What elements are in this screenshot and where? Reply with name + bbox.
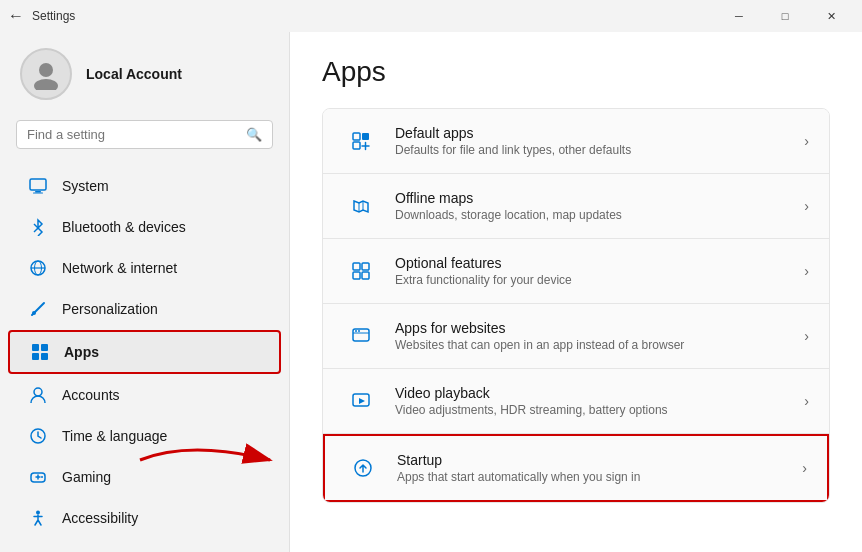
video-playback-icon (343, 383, 379, 419)
sidebar-item-accounts[interactable]: Accounts (8, 375, 281, 415)
gaming-icon (28, 467, 48, 487)
personalization-icon (28, 299, 48, 319)
apps-websites-text: Apps for websites Websites that can open… (395, 320, 788, 352)
titlebar-title: Settings (32, 9, 75, 23)
sidebar-item-time[interactable]: Time & language (8, 416, 281, 456)
svg-rect-2 (30, 179, 46, 190)
sidebar-item-system[interactable]: System (8, 166, 281, 206)
apps-websites-icon (343, 318, 379, 354)
page-title: Apps (322, 56, 830, 88)
settings-row-optional-features[interactable]: Optional features Extra functionality fo… (323, 239, 829, 304)
sidebar-item-apps[interactable]: Apps (8, 330, 281, 374)
sidebar-item-bluetooth[interactable]: Bluetooth & devices (8, 207, 281, 247)
svg-point-8 (32, 311, 36, 315)
sidebar-item-system-label: System (62, 178, 109, 194)
default-apps-chevron: › (804, 133, 809, 149)
default-apps-title: Default apps (395, 125, 788, 141)
content-area: Apps Default apps Defaults for file and … (290, 32, 862, 552)
accessibility-icon (28, 508, 48, 528)
video-playback-chevron: › (804, 393, 809, 409)
sidebar-item-personalization-label: Personalization (62, 301, 158, 317)
svg-point-0 (39, 63, 53, 77)
sidebar-item-gaming[interactable]: Gaming (8, 457, 281, 497)
sidebar-item-accessibility[interactable]: Accessibility (8, 498, 281, 538)
accounts-icon (28, 385, 48, 405)
startup-title: Startup (397, 452, 786, 468)
nav-items: System Bluetooth & devices Network & int… (0, 161, 289, 552)
offline-maps-text: Offline maps Downloads, storage location… (395, 190, 788, 222)
default-apps-subtitle: Defaults for file and link types, other … (395, 143, 788, 157)
svg-rect-4 (33, 193, 43, 194)
sidebar-item-network-label: Network & internet (62, 260, 177, 276)
optional-features-icon (343, 253, 379, 289)
search-input[interactable] (27, 127, 238, 142)
svg-rect-22 (362, 133, 369, 140)
system-icon (28, 176, 48, 196)
startup-icon (345, 450, 381, 486)
startup-chevron: › (802, 460, 807, 476)
avatar (20, 48, 72, 100)
titlebar-controls: ─ □ ✕ (716, 0, 854, 32)
minimize-button[interactable]: ─ (716, 0, 762, 32)
video-playback-text: Video playback Video adjustments, HDR st… (395, 385, 788, 417)
settings-row-offline-maps[interactable]: Offline maps Downloads, storage location… (323, 174, 829, 239)
startup-subtitle: Apps that start automatically when you s… (397, 470, 786, 484)
svg-rect-21 (353, 142, 360, 149)
settings-row-startup[interactable]: Startup Apps that start automatically wh… (323, 434, 829, 502)
svg-rect-27 (353, 272, 360, 279)
time-icon (28, 426, 48, 446)
svg-marker-33 (359, 398, 365, 404)
sidebar-item-personalization[interactable]: Personalization (8, 289, 281, 329)
sidebar-item-bluetooth-label: Bluetooth & devices (62, 219, 186, 235)
video-playback-title: Video playback (395, 385, 788, 401)
settings-row-default-apps[interactable]: Default apps Defaults for file and link … (323, 109, 829, 174)
apps-websites-chevron: › (804, 328, 809, 344)
settings-row-video-playback[interactable]: Video playback Video adjustments, HDR st… (323, 369, 829, 434)
offline-maps-icon (343, 188, 379, 224)
svg-rect-20 (353, 133, 360, 140)
offline-maps-subtitle: Downloads, storage location, map updates (395, 208, 788, 222)
svg-rect-10 (41, 344, 48, 351)
maximize-button[interactable]: □ (762, 0, 808, 32)
network-icon (28, 258, 48, 278)
optional-features-title: Optional features (395, 255, 788, 271)
offline-maps-chevron: › (804, 198, 809, 214)
svg-rect-11 (32, 353, 39, 360)
svg-rect-28 (362, 272, 369, 279)
user-profile[interactable]: Local Account (0, 32, 289, 116)
svg-rect-12 (41, 353, 48, 360)
back-icon[interactable]: ← (8, 7, 24, 25)
sidebar-item-accounts-label: Accounts (62, 387, 120, 403)
video-playback-subtitle: Video adjustments, HDR streaming, batter… (395, 403, 788, 417)
default-apps-icon (343, 123, 379, 159)
startup-text: Startup Apps that start automatically wh… (397, 452, 786, 484)
search-icon: 🔍 (246, 127, 262, 142)
sidebar-item-accessibility-label: Accessibility (62, 510, 138, 526)
sidebar-item-gaming-label: Gaming (62, 469, 111, 485)
settings-row-apps-websites[interactable]: Apps for websites Websites that can open… (323, 304, 829, 369)
apps-websites-title: Apps for websites (395, 320, 788, 336)
svg-rect-3 (35, 191, 41, 193)
main-layout: Local Account 🔍 System Bluetooth & devi (0, 32, 862, 552)
sidebar-item-network[interactable]: Network & internet (8, 248, 281, 288)
sidebar-item-apps-label: Apps (64, 344, 99, 360)
svg-rect-9 (32, 344, 39, 351)
bluetooth-icon (28, 217, 48, 237)
svg-point-13 (34, 388, 42, 396)
svg-point-18 (41, 476, 43, 478)
optional-features-subtitle: Extra functionality for your device (395, 273, 788, 287)
user-name: Local Account (86, 66, 182, 82)
settings-list: Default apps Defaults for file and link … (322, 108, 830, 503)
search-container: 🔍 (0, 116, 289, 161)
sidebar: Local Account 🔍 System Bluetooth & devi (0, 32, 290, 552)
svg-point-19 (36, 511, 40, 515)
sidebar-item-time-label: Time & language (62, 428, 167, 444)
svg-point-30 (355, 330, 357, 332)
optional-features-chevron: › (804, 263, 809, 279)
svg-rect-25 (353, 263, 360, 270)
search-box[interactable]: 🔍 (16, 120, 273, 149)
close-button[interactable]: ✕ (808, 0, 854, 32)
default-apps-text: Default apps Defaults for file and link … (395, 125, 788, 157)
titlebar: ← Settings ─ □ ✕ (0, 0, 862, 32)
svg-point-31 (358, 330, 360, 332)
